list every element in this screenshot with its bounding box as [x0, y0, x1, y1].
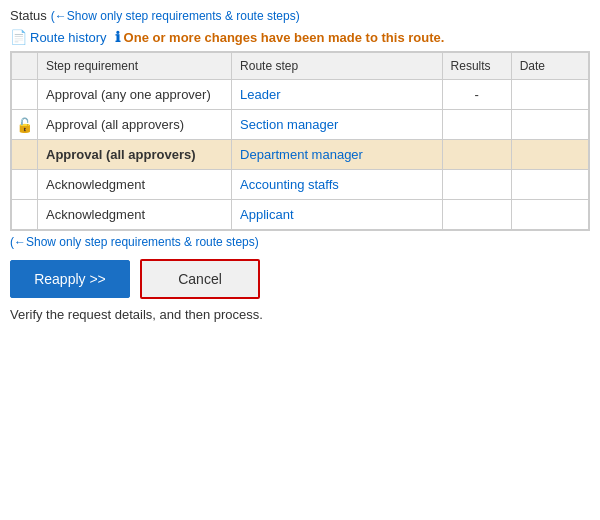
table-row: Approval (any one approver)Leader-: [12, 80, 589, 110]
show-only-bottom-anchor[interactable]: (←Show only step requirements & route st…: [10, 235, 259, 249]
cancel-button[interactable]: Cancel: [140, 259, 260, 299]
col-step-requirement: Step requirement: [38, 53, 232, 80]
route-table: Step requirement Route step Results Date…: [10, 51, 590, 231]
route-step-cell: Section manager: [232, 110, 442, 140]
date-cell: [511, 200, 588, 230]
route-step-link[interactable]: Department manager: [240, 147, 363, 162]
buttons-row: Reapply >> Cancel: [10, 259, 590, 299]
status-line: Status (←Show only step requirements & r…: [10, 8, 590, 23]
col-route-step: Route step: [232, 53, 442, 80]
results-cell: -: [442, 80, 511, 110]
date-cell: [511, 110, 588, 140]
results-cell: [442, 170, 511, 200]
step-requirement-cell: Approval (any one approver): [38, 80, 232, 110]
document-icon: 📄: [10, 29, 27, 45]
col-results: Results: [442, 53, 511, 80]
warning-message: ℹ One or more changes have been made to …: [115, 29, 445, 45]
route-step-cell: Accounting staffs: [232, 170, 442, 200]
date-cell: [511, 80, 588, 110]
route-step-link[interactable]: Section manager: [240, 117, 338, 132]
row-icon-cell: [12, 170, 38, 200]
step-requirement-cell: Acknowledgment: [38, 200, 232, 230]
lock-icon: 🔓: [16, 117, 33, 133]
route-step-cell: Applicant: [232, 200, 442, 230]
route-step-link[interactable]: Applicant: [240, 207, 293, 222]
table-row: 🔓Approval (all approvers)Section manager: [12, 110, 589, 140]
table-row: AcknowledgmentAccounting staffs: [12, 170, 589, 200]
col-date: Date: [511, 53, 588, 80]
route-history-label: Route history: [30, 30, 107, 45]
status-label: Status: [10, 8, 47, 23]
step-requirement-cell: Approval (all approvers): [38, 140, 232, 170]
info-icon: ℹ: [115, 29, 120, 45]
verify-text: Verify the request details, and then pro…: [10, 307, 590, 322]
route-history-link[interactable]: 📄 Route history: [10, 29, 107, 45]
col-icon: [12, 53, 38, 80]
results-cell: [442, 140, 511, 170]
step-requirement-cell: Approval (all approvers): [38, 110, 232, 140]
show-only-link-bottom: (←Show only step requirements & route st…: [10, 235, 590, 249]
route-step-link[interactable]: Leader: [240, 87, 280, 102]
header-row: 📄 Route history ℹ One or more changes ha…: [10, 29, 590, 45]
row-icon-cell: [12, 200, 38, 230]
date-cell: [511, 170, 588, 200]
table-row: Approval (all approvers)Department manag…: [12, 140, 589, 170]
step-requirement-cell: Acknowledgment: [38, 170, 232, 200]
show-only-link-top[interactable]: (←Show only step requirements & route st…: [51, 9, 300, 23]
route-step-link[interactable]: Accounting staffs: [240, 177, 339, 192]
results-cell: [442, 110, 511, 140]
row-icon-cell: [12, 140, 38, 170]
reapply-button[interactable]: Reapply >>: [10, 260, 130, 298]
results-cell: [442, 200, 511, 230]
row-icon-cell: [12, 80, 38, 110]
table-row: AcknowledgmentApplicant: [12, 200, 589, 230]
main-container: Status (←Show only step requirements & r…: [0, 0, 600, 330]
table-header-row: Step requirement Route step Results Date: [12, 53, 589, 80]
route-step-cell: Leader: [232, 80, 442, 110]
route-step-cell: Department manager: [232, 140, 442, 170]
date-cell: [511, 140, 588, 170]
row-icon-cell: 🔓: [12, 110, 38, 140]
warning-text: One or more changes have been made to th…: [124, 30, 445, 45]
